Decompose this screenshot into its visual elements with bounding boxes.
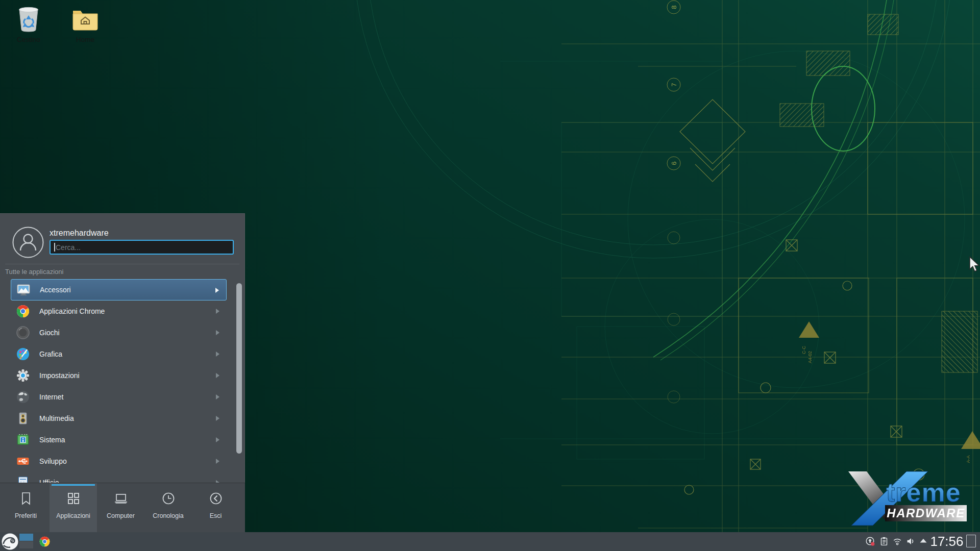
globe-icon [16,390,30,404]
desktop-icon-label: Cestino [4,36,53,43]
usb-icon [16,454,30,468]
menu-item-label: Ufficio [39,479,59,483]
trash-icon [16,5,41,34]
history-clock-icon [161,491,176,506]
tab-label: Cronologia [153,512,183,519]
wallpaper-bubble-label: 7 [670,83,678,86]
app-grid-icon [66,491,81,506]
menu-item-sviluppo[interactable]: Sviluppo [11,450,227,472]
list-scrollbar[interactable] [236,283,242,454]
tab-label: Preferiti [15,512,37,519]
volume-icon[interactable] [905,536,916,547]
menu-item-label: Internet [39,393,63,401]
wallpaper-section-label: A-A [966,455,971,463]
menu-item-label: Grafica [39,350,62,358]
virtual-desktop-pager[interactable] [19,534,33,548]
search-input[interactable] [51,241,233,254]
search-field[interactable] [50,240,234,255]
leave-icon [208,491,224,506]
tab-label: Computer [107,512,135,519]
section-label: Tutte le applicazioni [5,268,63,276]
settings-gear-icon [16,368,30,383]
menu-item-grafica[interactable]: Grafica [11,343,227,365]
menu-item-label: Impostazioni [39,371,80,380]
games-button-icon [16,325,30,340]
submenu-arrow-icon [216,416,219,421]
graphics-palette-icon [16,347,30,361]
launcher-tab-bar: Preferiti Applicazioni Computer Cr [0,483,245,533]
wallpaper-section-label: C-C [801,346,806,354]
logo-treme-text: treme [886,478,961,507]
laptop-icon [113,491,129,506]
tab-applicazioni[interactable]: Applicazioni [50,483,97,533]
desktop-icon-home[interactable]: Home [61,5,110,43]
submenu-arrow-icon [216,373,219,378]
category-list: Accessori Applicazioni Chrome Giochi [0,279,245,483]
application-launcher-menu: xtremehardware Tutte le applicazioni Acc… [0,213,245,532]
bookmark-icon [18,491,34,506]
submenu-arrow-icon [216,330,219,335]
submenu-arrow-icon [216,459,219,464]
menu-item-internet[interactable]: Internet [11,386,227,408]
tab-preferiti[interactable]: Preferiti [2,483,50,533]
wallpaper-bubble-label: 8 [670,5,678,9]
menu-item-giochi[interactable]: Giochi [11,322,227,343]
speaker-icon [16,411,30,425]
pager-active-desktop[interactable] [19,534,33,541]
user-avatar-icon[interactable] [12,227,44,258]
update-notifier-icon[interactable] [865,536,876,547]
submenu-arrow-icon [216,309,219,314]
menu-item-label: Sviluppo [39,457,67,465]
chrome-taskbar-icon[interactable] [39,536,51,547]
image-viewer-icon [16,283,31,297]
tab-esci[interactable]: Esci [192,483,239,533]
menu-item-label: Giochi [39,329,60,337]
wallpaper-bubble-label: 6 [670,161,678,165]
menu-item-multimedia[interactable]: Multimedia [11,408,227,429]
header-divider [5,264,239,264]
opensuse-launcher-icon[interactable] [2,533,18,550]
menu-item-ufficio[interactable]: Ufficio [11,472,227,483]
tab-cronologia[interactable]: Cronologia [144,483,192,533]
menu-item-label: Multimedia [39,414,74,422]
submenu-arrow-icon [216,394,219,399]
tab-label: Applicazioni [56,512,90,519]
menu-item-label: Sistema [39,436,65,444]
digital-clock[interactable]: 17:56 [929,534,965,549]
chrome-icon [16,304,30,318]
tray-expand-arrow-icon[interactable] [918,537,928,546]
desktop-icon-trash[interactable]: Cestino [4,5,53,43]
document-icon [16,475,30,483]
clipboard-icon[interactable] [878,536,890,547]
home-folder-icon [71,5,99,34]
desktop-icon-label: Home [61,36,110,43]
mouse-cursor [969,256,980,273]
wifi-icon[interactable] [892,536,903,547]
wallpaper-section-label: A4-02 [807,351,813,363]
menu-item-accessori[interactable]: Accessori [11,279,227,300]
pager-inactive-desktop[interactable] [19,541,33,548]
menu-item-impostazioni[interactable]: Impostazioni [11,365,227,386]
xtreme-hardware-wallpaper-logo: treme HARDWARE [841,469,969,528]
menu-item-label: Accessori [40,286,71,294]
tab-computer[interactable]: Computer [97,483,144,533]
username-label: xtremehardware [50,229,109,238]
chip-icon [16,433,30,447]
tab-label: Esci [210,512,222,519]
taskbar-panel: 17:56 [0,532,980,551]
submenu-arrow-icon [216,437,219,442]
menu-item-applicazioni-chrome[interactable]: Applicazioni Chrome [11,300,227,322]
submenu-arrow-icon [215,288,219,293]
menu-item-sistema[interactable]: Sistema [11,429,227,450]
menu-item-label: Applicazioni Chrome [39,307,105,315]
show-desktop-widget[interactable] [966,535,976,547]
logo-hardware-text: HARDWARE [887,506,965,520]
submenu-arrow-icon [216,352,219,357]
